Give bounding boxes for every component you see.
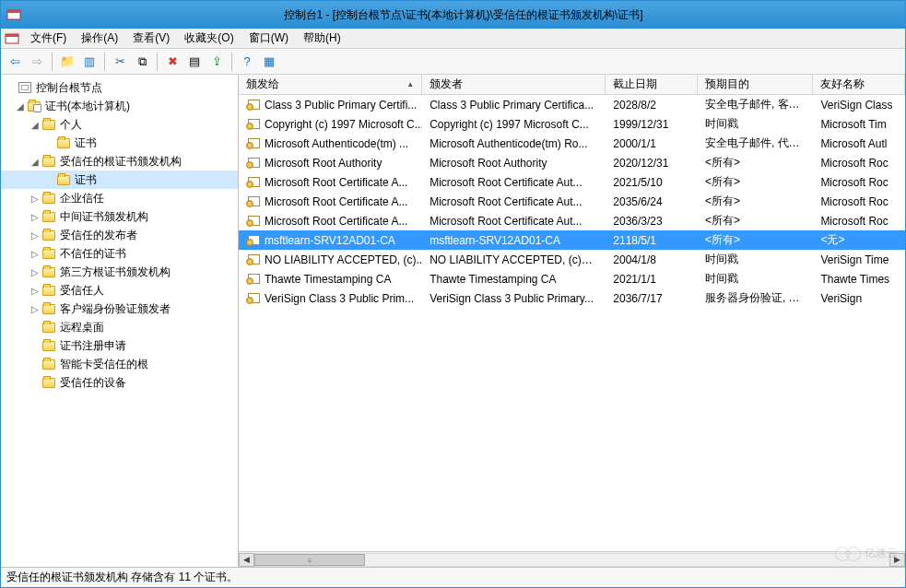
table-row[interactable]: msftlearn-SRV12AD01-CAmsftlearn-SRV12AD0…: [239, 230, 905, 250]
cell-intended: <所有>: [698, 155, 813, 171]
collapse-icon[interactable]: ▷: [29, 212, 41, 222]
menu-file[interactable]: 文件(F): [23, 29, 74, 48]
col-intended[interactable]: 预期目的: [698, 75, 813, 94]
tree-label: 中间证书颁发机构: [60, 209, 148, 225]
table-row[interactable]: Thawte Timestamping CAThawte Timestampin…: [239, 269, 905, 288]
tree-client-auth[interactable]: ▷ 客户端身份验证颁发者: [1, 300, 238, 318]
collapse-icon[interactable]: ▷: [29, 249, 41, 259]
tree-trusted-root-certs[interactable]: 证书: [1, 171, 238, 189]
table-row[interactable]: Microsoft Authenticode(tm) ...Microsoft …: [239, 134, 905, 153]
back-button[interactable]: ⇦: [5, 52, 25, 72]
tree-label: 智能卡受信任的根: [60, 357, 148, 372]
col-expiration[interactable]: 截止日期: [606, 75, 698, 94]
expand-icon[interactable]: ◢: [29, 157, 41, 167]
cell-issued-to: Class 3 Public Primary Certifi...: [265, 99, 417, 112]
forward-button[interactable]: ⇨: [27, 52, 47, 72]
tree-enterprise-trust[interactable]: ▷ 企业信任: [1, 189, 238, 207]
menu-window[interactable]: 窗口(W): [241, 29, 296, 48]
table-row[interactable]: Microsoft Root Certificate A...Microsoft…: [239, 172, 905, 192]
collapse-icon[interactable]: ▷: [29, 267, 41, 277]
cell-intended: 时间戳: [698, 271, 813, 287]
table-row[interactable]: NO LIABILITY ACCEPTED, (c)...NO LIABILIT…: [239, 250, 905, 269]
list-body[interactable]: Class 3 Public Primary Certifi...Class 3…: [239, 95, 905, 551]
table-row[interactable]: Microsoft Root AuthorityMicrosoft Root A…: [239, 153, 905, 172]
cell-issued-by: VeriSign Class 3 Public Primary...: [422, 292, 606, 305]
menu-help[interactable]: 帮助(H): [296, 29, 348, 48]
expand-icon[interactable]: ◢: [29, 120, 41, 130]
folder-icon: [27, 100, 41, 112]
cut-button[interactable]: ✂: [110, 52, 130, 72]
help-button[interactable]: ?: [237, 52, 257, 72]
col-friendly[interactable]: 友好名称: [813, 75, 905, 94]
tree-trusted-publishers[interactable]: ▷ 受信任的发布者: [1, 226, 238, 244]
certificate-icon: [246, 253, 261, 266]
table-row[interactable]: Copyright (c) 1997 Microsoft C...Copyrig…: [239, 114, 905, 134]
up-button[interactable]: 📁: [57, 52, 77, 72]
status-bar: 受信任的根证书颁发机构 存储含有 11 个证书。: [1, 567, 905, 587]
tree-label: 证书(本地计算机): [45, 99, 130, 114]
table-row[interactable]: Microsoft Root Certificate A...Microsoft…: [239, 192, 905, 211]
tree-root[interactable]: 控制台根节点: [1, 78, 238, 97]
cell-expiration: 2021/1/1: [606, 273, 698, 286]
cell-issued-to: Microsoft Root Certificate A...: [265, 195, 407, 208]
tree-trusted-people[interactable]: ▷ 受信任人: [1, 281, 238, 300]
collapse-icon[interactable]: ▷: [29, 194, 41, 204]
scroll-right-icon[interactable]: ▶: [889, 553, 905, 567]
collapse-icon[interactable]: ▷: [29, 230, 41, 241]
col-issued-by[interactable]: 颁发者: [422, 75, 606, 94]
cell-expiration: 2035/6/24: [606, 195, 698, 208]
scroll-track[interactable]: ≡: [254, 553, 889, 567]
cell-issued-by: Microsoft Root Authority: [422, 157, 606, 170]
tree-personal-certs[interactable]: 证书: [1, 134, 238, 152]
tree-third-party[interactable]: ▷ 第三方根证书颁发机构: [1, 263, 238, 281]
table-row[interactable]: Microsoft Root Certificate A...Microsoft…: [239, 211, 905, 230]
scroll-left-icon[interactable]: ◀: [239, 553, 254, 567]
tree-cert-enrollment[interactable]: 证书注册申请: [1, 336, 238, 355]
scroll-thumb[interactable]: ≡: [254, 554, 365, 566]
collapse-icon[interactable]: ▷: [29, 304, 41, 314]
folder-icon: [41, 247, 56, 260]
cell-intended: <所有>: [698, 213, 813, 229]
expand-icon[interactable]: ◢: [14, 101, 27, 112]
refresh-button[interactable]: ▦: [259, 52, 279, 72]
cell-issued-to: VeriSign Class 3 Public Prim...: [265, 292, 414, 305]
table-row[interactable]: Class 3 Public Primary Certifi...Class 3…: [239, 95, 905, 114]
folder-icon: [41, 192, 56, 205]
cell-issued-to: NO LIABILITY ACCEPTED, (c)...: [265, 253, 422, 266]
cell-intended: <所有>: [698, 232, 813, 248]
tree-certs-local[interactable]: ◢ 证书(本地计算机): [1, 97, 238, 115]
properties-button[interactable]: ▤: [184, 52, 205, 72]
copy-button[interactable]: ⧉: [132, 52, 152, 72]
tree-panel[interactable]: 控制台根节点 ◢ 证书(本地计算机) ◢ 个人 证书 ◢ 受信任的根证书颁发机构: [1, 75, 239, 567]
tree-smart-card[interactable]: 智能卡受信任的根: [1, 355, 238, 373]
cell-issued-by: Class 3 Public Primary Certifica...: [422, 99, 606, 112]
cell-intended: 时间戳: [698, 116, 813, 132]
collapse-icon[interactable]: ▷: [29, 286, 41, 296]
tree-label: 受信任的发布者: [60, 228, 137, 243]
folder-icon: [41, 229, 56, 241]
menu-action[interactable]: 操作(A): [74, 29, 125, 48]
delete-button[interactable]: ✖: [162, 52, 182, 72]
svg-rect-1: [7, 10, 20, 13]
cell-issued-by: Copyright (c) 1997 Microsoft C...: [422, 118, 606, 131]
col-issued-to[interactable]: 颁发给 ▲: [239, 75, 422, 94]
export-button[interactable]: ⇪: [206, 52, 227, 72]
table-row[interactable]: VeriSign Class 3 Public Prim...VeriSign …: [239, 288, 905, 308]
tree-intermediate[interactable]: ▷ 中间证书颁发机构: [1, 207, 238, 226]
tree-remote-desktop[interactable]: 远程桌面: [1, 318, 238, 336]
tree-trusted-root[interactable]: ◢ 受信任的根证书颁发机构: [1, 152, 238, 171]
menu-view[interactable]: 查看(V): [125, 29, 177, 48]
status-text: 受信任的根证书颁发机构 存储含有 11 个证书。: [6, 570, 238, 585]
tree-label: 个人: [60, 117, 82, 133]
tree-untrusted[interactable]: ▷ 不信任的证书: [1, 244, 238, 263]
folder-icon: [41, 118, 56, 131]
folder-icon: [41, 302, 56, 315]
certificate-icon: [246, 234, 261, 247]
certificate-icon: [246, 157, 261, 170]
horizontal-scrollbar[interactable]: ◀ ≡ ▶: [239, 551, 905, 567]
app-icon: [6, 7, 21, 22]
menu-favorites[interactable]: 收藏夹(O): [177, 29, 241, 48]
panel-toggle-button[interactable]: ▥: [79, 52, 100, 72]
tree-trusted-devices[interactable]: 受信任的设备: [1, 373, 238, 392]
tree-personal[interactable]: ◢ 个人: [1, 115, 238, 134]
